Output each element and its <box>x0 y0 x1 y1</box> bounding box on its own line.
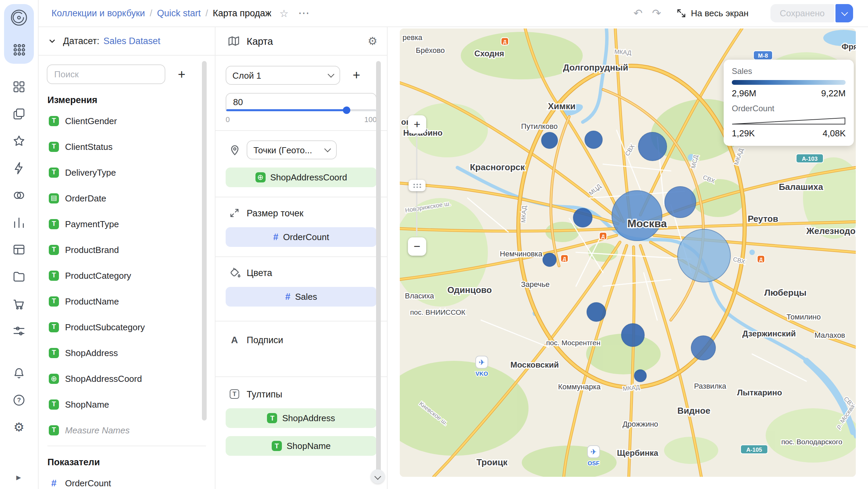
zoom-out-button[interactable]: − <box>408 237 426 256</box>
geotype-select[interactable]: Точки (Гeото... <box>247 140 337 159</box>
gear-icon[interactable]: ⚙ <box>11 419 27 435</box>
labels-section-label: Подписи <box>247 335 283 345</box>
map-bubble[interactable] <box>638 132 667 161</box>
field-row[interactable]: ClientStatus <box>39 134 215 159</box>
map-town-label: Фряз <box>842 42 856 51</box>
help-icon[interactable]: ? <box>11 392 27 408</box>
field-row[interactable]: ShopAddressCoord <box>39 366 215 391</box>
opacity-slider[interactable] <box>226 109 376 111</box>
map-bubble[interactable] <box>621 324 644 347</box>
redo-icon[interactable]: ↷ <box>652 7 661 20</box>
field-row[interactable]: OrderCount <box>39 470 215 489</box>
map-bubble[interactable] <box>634 370 646 382</box>
field-label: ProductCategory <box>65 270 131 280</box>
map-bubble[interactable] <box>612 191 662 241</box>
map-bubble[interactable] <box>691 336 716 360</box>
scroll-down-button[interactable] <box>371 469 385 484</box>
field-row[interactable]: ProductBrand <box>39 237 215 262</box>
favorites-star-icon[interactable] <box>11 133 27 149</box>
tooltips-icon: T <box>228 388 241 400</box>
more-menu-icon[interactable]: ⋯ <box>298 6 310 20</box>
chart-settings-gear-icon[interactable]: ⚙ <box>368 35 377 47</box>
colors-field-pill[interactable]: # Sales <box>226 287 377 307</box>
map-bubble[interactable] <box>543 253 556 267</box>
field-row[interactable]: ProductSubcategory <box>39 314 215 340</box>
dataset-selector[interactable]: Датасет: Sales Dataset <box>39 27 215 56</box>
zoom-slider-handle[interactable] <box>409 180 426 191</box>
breadcrumb-collections[interactable]: Коллекции и воркбуки <box>51 8 145 18</box>
favorite-star-icon[interactable]: ☆ <box>280 7 289 19</box>
marketplace-cart-icon[interactable] <box>11 296 27 312</box>
map-town-label: Коммунарка <box>558 383 601 391</box>
app-logo-area[interactable] <box>4 4 34 64</box>
folder-icon[interactable] <box>11 269 27 285</box>
apps-grid-icon[interactable] <box>11 41 27 58</box>
field-row[interactable]: Measure Names <box>39 417 215 443</box>
field-row[interactable]: ProductCategory <box>39 262 215 288</box>
map-town-label: Одинцово <box>447 285 492 295</box>
dataset-name-link[interactable]: Sales Dataset <box>103 36 160 46</box>
add-field-button[interactable]: + <box>172 65 191 84</box>
rail-station-icon: Д <box>757 255 765 263</box>
undo-icon[interactable]: ↶ <box>634 7 643 20</box>
fullscreen-icon[interactable] <box>676 8 686 18</box>
field-row[interactable]: ShopAddress <box>39 340 215 366</box>
connections-icon[interactable] <box>11 187 27 203</box>
config-scrollbar[interactable] <box>376 61 381 473</box>
breadcrumb-quickstart[interactable]: Quick start <box>157 8 201 18</box>
layer-select[interactable]: Слой 1 <box>226 66 340 85</box>
string-field-icon <box>49 425 59 435</box>
map-bubble[interactable] <box>585 131 602 149</box>
legend-count-min: 1,29K <box>732 128 755 138</box>
opacity-slider-thumb[interactable] <box>343 106 350 114</box>
geopoint-field-pill[interactable]: ShopAddressCoord <box>226 168 377 187</box>
field-row[interactable]: OrderDate <box>39 185 215 211</box>
map-bubble[interactable] <box>541 132 558 149</box>
field-row[interactable]: ClientGender <box>39 108 215 134</box>
opacity-value-box[interactable]: 80 <box>226 93 377 111</box>
colors-bucket-icon <box>228 267 241 279</box>
tooltip-field-pill[interactable]: ShopAddress <box>226 408 377 428</box>
divider <box>215 321 387 321</box>
dashboards-icon[interactable] <box>11 79 27 95</box>
tooltip-field-pill[interactable]: ShopName <box>226 436 377 456</box>
field-row[interactable]: DeliveryType <box>39 159 215 185</box>
geopoint-field-label: ShopAddressCoord <box>270 172 347 182</box>
map-bubble[interactable] <box>678 229 730 282</box>
svg-text:Д: Д <box>503 39 507 44</box>
fullscreen-label[interactable]: На весь экран <box>691 8 748 18</box>
zoom-in-button[interactable]: + <box>408 115 426 134</box>
map-bubble[interactable] <box>587 302 606 321</box>
datasets-table-icon[interactable] <box>11 241 27 258</box>
size-field-pill[interactable]: # OrderCount <box>226 227 377 247</box>
collapse-arrow-icon[interactable]: ▶ <box>0 474 39 481</box>
save-button[interactable]: Сохранено <box>770 4 834 22</box>
field-row[interactable]: PaymentType <box>39 211 215 237</box>
dataset-scrollbar[interactable] <box>202 61 207 420</box>
number-field-icon: # <box>273 232 278 242</box>
save-dropdown-button[interactable] <box>835 4 853 22</box>
size-section-label: Размер точек <box>247 208 304 218</box>
workbooks-icon[interactable] <box>11 106 27 122</box>
divider <box>215 256 387 257</box>
chevron-down-icon <box>48 37 56 45</box>
map-bubble[interactable] <box>573 208 592 227</box>
map-road-label: МКАД <box>614 48 632 56</box>
divider <box>215 197 387 197</box>
field-row[interactable]: ShopName <box>39 391 215 417</box>
field-row[interactable]: ProductName <box>39 288 215 314</box>
legend-sales-min: 2,96M <box>732 88 756 98</box>
charts-icon[interactable] <box>11 214 27 231</box>
map-town-label: Заречье <box>521 280 550 289</box>
tooltips-section-label: Тултипы <box>247 389 282 399</box>
notifications-bell-icon[interactable] <box>11 365 27 381</box>
map-canvas[interactable]: МКАДМКАДМКАДМКАДСВХСВХСВХСВХМСДМЦДНовори… <box>400 28 856 477</box>
search-input[interactable] <box>47 64 165 84</box>
add-layer-button[interactable]: + <box>347 66 366 85</box>
lightning-icon[interactable] <box>11 160 27 176</box>
tooltip-field-label: ShopAddress <box>282 413 335 423</box>
map-bubble[interactable] <box>665 187 696 218</box>
datalens-logo-icon[interactable] <box>11 9 27 26</box>
settings-sliders-icon[interactable] <box>11 323 27 339</box>
field-label: ProductBrand <box>65 244 119 255</box>
